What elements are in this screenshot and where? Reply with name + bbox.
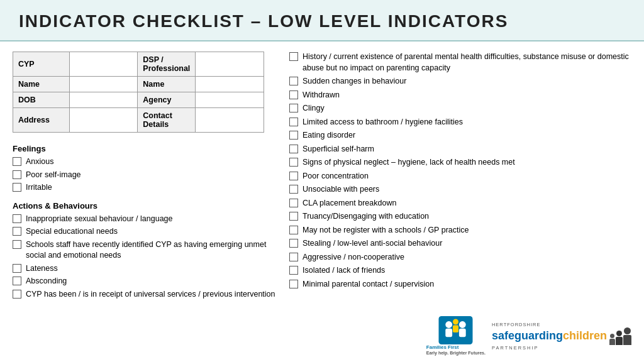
info-table: CYP DSP /Professional Name Name DOB Agen… [13,52,264,133]
list-item-text: Limited access to bathroom / hygiene fac… [303,117,463,128]
contact-label: Contact Details [138,108,196,133]
list-item: Sudden changes in behaviour [289,76,631,87]
checkbox-icon [13,264,21,273]
head-icon [624,327,631,334]
list-item: CLA placement breakdown [289,198,631,209]
body-icon [623,335,631,345]
page-title: INDICATOR CHECKLIST – LOW LEVEL INDICATO… [19,11,625,31]
list-item: Truancy/Disengaging with education [289,211,631,222]
list-item: Lateness [13,263,277,275]
actions-title: Actions & Behaviours [13,201,277,211]
list-item-text: Stealing / low-level anti-social behavio… [303,238,442,250]
dob-value [69,92,138,108]
list-item: May not be register with a schools / GP … [289,225,631,236]
list-item-text: Schools staff have recently identified C… [26,239,277,261]
families-first-icon [438,316,473,344]
list-item: Absconding [13,276,277,287]
list-item: History / current existence of parental … [289,52,631,74]
table-row: Address Contact Details [13,108,264,133]
checkbox-icon [289,104,298,112]
list-item: Clingy [289,103,631,114]
body-icon [616,337,623,345]
checkbox-icon [289,52,298,61]
checkbox-icon [13,183,21,192]
list-item-text: Superficial self-harm [303,144,374,155]
list-item: Withdrawn [289,90,631,101]
name-label-1: Name [13,77,70,92]
list-item: Anxious [13,156,277,168]
checkbox-icon [13,240,21,249]
address-value [69,108,138,133]
table-row: DOB Agency [13,92,264,108]
right-checklist: History / current existence of parental … [289,52,631,290]
actions-list: Inappropriate sexual behaviour / languag… [13,214,277,300]
list-item: Superficial self-harm [289,144,631,155]
list-item-text: Truancy/Disengaging with education [303,211,429,222]
safeguarding-text-block: safeguardingchildren [492,329,607,343]
checkbox-icon [289,280,298,288]
list-item: Eating disorder [289,130,631,141]
name-value-2 [196,77,264,92]
checkbox-icon [13,277,21,285]
list-item: Schools staff have recently identified C… [13,239,277,261]
safeguarding-word: safeguarding [492,329,563,342]
list-item: CYP has been / is in receipt of universa… [13,289,277,300]
checkbox-icon [289,77,298,85]
list-item: Poor self-image [13,170,277,181]
list-item: Stealing / low-level anti-social behavio… [289,238,631,250]
checkbox-icon [289,185,298,194]
list-item-text: History / current existence of parental … [303,52,631,74]
address-label: Address [13,108,70,133]
list-item: Irritable [13,182,277,194]
checkbox-icon [289,172,298,180]
contact-value [196,108,264,133]
people-icons [609,327,631,345]
list-item-text: Signs of physical neglect – hygiene, lac… [303,157,515,168]
hertfordshire-text: HERTFORDSHIRE [492,322,540,327]
list-item-text: Withdrawn [303,90,340,101]
list-item-text: Special educational needs [26,226,118,238]
checkbox-icon [289,239,298,248]
person-icon-large [623,327,631,345]
svg-point-1 [446,321,453,328]
person-icon-small [609,334,615,345]
checkbox-icon [289,158,298,167]
checkbox-icon [289,90,298,99]
list-item-text: Eating disorder [303,130,355,141]
name-label-2: Name [138,77,196,92]
person-icon-medium [616,331,623,345]
cyp-value [69,52,138,77]
list-item-text: Isolated / lack of friends [303,265,385,277]
list-item: Unsociable with peers [289,184,631,195]
left-column: CYP DSP /Professional Name Name DOB Agen… [13,52,277,353]
list-item-text: Aggressive / non-cooperative [303,252,404,263]
checkbox-icon [289,131,298,140]
safeguarding-logo: HERTFORDSHIRE safeguardingchildren [492,322,631,351]
page-header: INDICATOR CHECKLIST – LOW LEVEL INDICATO… [0,0,644,41]
list-item-text: Poor self-image [26,170,81,181]
svg-rect-6 [453,325,458,332]
main-content: CYP DSP /Professional Name Name DOB Agen… [0,41,644,359]
list-item: Special educational needs [13,226,277,238]
list-item-text: Lateness [26,263,58,275]
checkbox-icon [289,266,298,275]
list-item-text: Minimal parental contact / supervision [303,279,434,290]
checkbox-icon [289,212,298,221]
list-item-text: Poor concentration [303,171,369,182]
dsp-label: DSP /Professional [138,52,196,77]
checkbox-icon [289,199,298,207]
checkbox-icon [13,170,21,179]
checkbox-icon [13,290,21,299]
body-icon [609,339,615,345]
list-item-text: CLA placement breakdown [303,198,396,209]
list-item: Poor concentration [289,171,631,182]
families-first-logo: Families First Early help. Brighter Futu… [426,316,486,356]
svg-point-5 [453,319,458,325]
list-item-text: CYP has been / is in receipt of universa… [26,289,275,300]
list-item-text: May not be register with a schools / GP … [303,225,469,236]
name-value-1 [69,77,138,92]
families-first-label: Families First Early help. Brighter Futu… [426,344,486,356]
children-word: children [563,329,607,342]
list-item-text: Irritable [26,182,52,194]
agency-label: Agency [138,92,196,108]
